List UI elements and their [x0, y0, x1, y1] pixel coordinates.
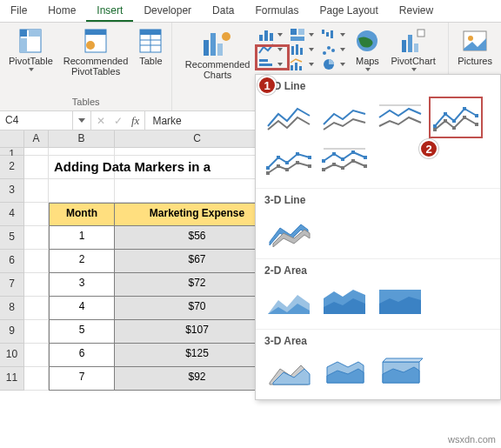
line-chart-option[interactable] — [264, 99, 313, 136]
chart-scatter-button[interactable] — [321, 43, 345, 57]
section-2d-area: 2-D Area — [256, 259, 500, 280]
svg-point-6 — [86, 41, 95, 50]
row-header[interactable]: 3 — [0, 179, 24, 203]
cell-month[interactable]: 5 — [49, 320, 115, 344]
row-header[interactable]: 5 — [0, 226, 24, 250]
tab-formulas[interactable]: Formulas — [244, 0, 309, 22]
cell-month[interactable]: 6 — [49, 344, 115, 367]
stacked-line-with-markers-option[interactable] — [264, 143, 313, 179]
annotation-box-1 — [255, 44, 290, 70]
3d-stacked-area-option[interactable] — [320, 354, 369, 391]
hierarchy-chart-icon — [290, 28, 305, 42]
svg-rect-5 — [85, 30, 106, 35]
row-header[interactable]: 6 — [0, 250, 24, 273]
row-header[interactable]: 7 — [0, 273, 24, 297]
tab-data[interactable]: Data — [202, 0, 244, 22]
svg-rect-26 — [296, 44, 298, 55]
chevron-down-icon — [29, 68, 34, 71]
3d-area-option[interactable] — [264, 354, 313, 391]
tab-review[interactable]: Review — [389, 0, 444, 22]
svg-rect-24 — [291, 37, 304, 41]
row-header[interactable]: 10 — [0, 344, 24, 367]
chart-waterfall-button[interactable] — [321, 28, 345, 42]
name-box[interactable]: C4 — [0, 111, 73, 130]
3d-line-option[interactable] — [264, 213, 313, 250]
percent-stacked-line-with-markers-option[interactable] — [320, 143, 369, 179]
recommended-pivottables-icon — [84, 28, 108, 54]
row-header[interactable]: 1 — [0, 148, 24, 156]
row-header[interactable]: 8 — [0, 297, 24, 320]
chart-combo-button[interactable] — [290, 57, 314, 71]
percent-stacked-area-option[interactable] — [376, 284, 424, 320]
svg-rect-46 — [433, 124, 437, 128]
combo-chart-icon — [290, 57, 305, 71]
svg-point-34 — [323, 51, 326, 55]
col-header-b[interactable]: B — [49, 130, 115, 148]
svg-rect-41 — [414, 43, 418, 52]
svg-rect-73 — [332, 163, 336, 166]
cancel-icon[interactable]: ✕ — [97, 115, 105, 127]
formula-input[interactable]: Marke — [145, 112, 188, 130]
row-header[interactable]: 4 — [0, 203, 24, 226]
table-button[interactable]: Table — [135, 26, 166, 68]
pictures-button[interactable]: Pictures — [454, 26, 496, 68]
row-header[interactable]: 9 — [0, 320, 24, 344]
svg-rect-64 — [296, 161, 299, 164]
tab-insert[interactable]: Insert — [86, 0, 133, 22]
row-header[interactable]: 11 — [0, 367, 24, 391]
stacked-line-option[interactable] — [320, 99, 369, 136]
svg-rect-59 — [296, 152, 299, 156]
pie-chart-icon — [321, 57, 337, 71]
row-header[interactable]: 2 — [0, 156, 24, 179]
svg-rect-67 — [322, 159, 325, 163]
scatter-chart-icon — [321, 43, 337, 57]
svg-rect-63 — [285, 168, 289, 171]
svg-point-35 — [327, 46, 331, 50]
pivottable-icon — [18, 28, 43, 54]
svg-rect-33 — [331, 30, 333, 38]
cell-month[interactable]: 7 — [49, 367, 115, 391]
pivotchart-button[interactable]: PivotChart — [387, 26, 438, 73]
cell-month[interactable]: 3 — [49, 273, 115, 297]
area-chart-option[interactable] — [264, 284, 313, 320]
chart-statistic-button[interactable] — [290, 43, 314, 57]
tab-pagelayout[interactable]: Page Layout — [309, 0, 388, 22]
column-chart-icon — [258, 28, 274, 42]
tab-developer[interactable]: Developer — [133, 0, 202, 22]
col-header-a[interactable]: A — [24, 130, 49, 148]
svg-rect-65 — [308, 164, 311, 168]
recommended-charts-button[interactable]: Recommended Charts — [182, 26, 254, 82]
tab-home[interactable]: Home — [37, 0, 86, 22]
group-tables: PivotTable Recommended PivotTables Table… — [0, 23, 172, 110]
stat-chart-icon — [290, 43, 305, 57]
annotation-badge-1: 1 — [257, 76, 277, 95]
svg-rect-69 — [341, 157, 344, 161]
cell-month[interactable]: 1 — [49, 226, 115, 250]
namebox-dropdown-icon[interactable] — [78, 118, 85, 123]
svg-rect-72 — [322, 168, 325, 171]
fx-icon[interactable]: fx — [131, 114, 139, 128]
svg-rect-55 — [475, 123, 478, 126]
tab-file[interactable]: File — [0, 0, 37, 22]
chart-column-button[interactable] — [258, 28, 283, 42]
cell-month[interactable]: 4 — [49, 297, 115, 320]
svg-rect-23 — [298, 29, 304, 35]
select-all-corner[interactable] — [0, 130, 24, 148]
percent-stacked-line-option[interactable] — [376, 99, 424, 136]
cell-month[interactable]: 2 — [49, 250, 115, 273]
pivottable-button[interactable]: PivotTable — [5, 26, 57, 73]
maps-button[interactable]: Maps — [351, 26, 384, 73]
enter-icon[interactable]: ✓ — [114, 115, 123, 127]
chart-hierarchy-button[interactable] — [290, 28, 314, 42]
line-with-markers-option[interactable] — [431, 99, 480, 136]
svg-rect-60 — [308, 156, 311, 159]
stacked-area-option[interactable] — [320, 284, 369, 320]
chart-pie-button[interactable] — [321, 57, 345, 71]
svg-rect-8 — [140, 30, 161, 35]
svg-rect-17 — [264, 30, 268, 41]
3d-percent-stacked-area-option[interactable] — [376, 354, 424, 391]
svg-rect-50 — [475, 114, 478, 117]
svg-rect-68 — [332, 152, 336, 156]
sheet-title: Adding Data Markers in a — [49, 156, 115, 179]
recommended-pivottables-button[interactable]: Recommended PivotTables — [60, 26, 132, 78]
